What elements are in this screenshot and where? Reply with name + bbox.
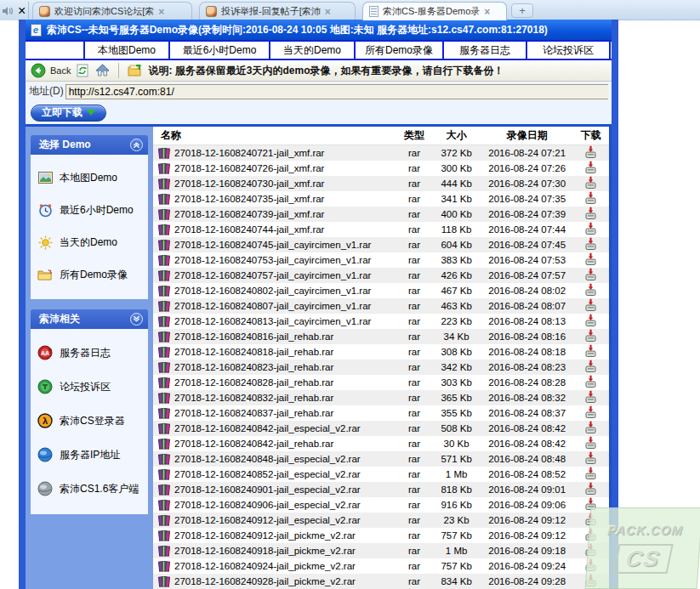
download-icon[interactable] xyxy=(584,145,597,159)
download-icon[interactable] xyxy=(584,451,597,465)
file-size: 604 Kb xyxy=(431,237,481,252)
download-icon[interactable] xyxy=(584,436,597,450)
download-icon[interactable] xyxy=(584,283,597,297)
sidebar-item-all-demos[interactable]: 所有Demo录像 xyxy=(37,258,143,291)
file-name[interactable]: 27018-12-1608240842-jail_rehab.rar xyxy=(174,439,333,449)
column-header-name[interactable]: 名称 xyxy=(153,127,397,144)
panel-select-demo-header[interactable]: 选择 Demo xyxy=(31,135,148,155)
download-icon[interactable] xyxy=(584,252,597,266)
download-icon[interactable] xyxy=(584,176,597,190)
file-name[interactable]: 27018-12-1608240912-jail_especial_v2.rar xyxy=(174,515,361,525)
download-icon[interactable] xyxy=(584,497,597,511)
file-name[interactable]: 27018-12-1608240928-jail_pickme_v2.rar xyxy=(174,576,356,586)
download-icon[interactable] xyxy=(584,482,597,496)
menu-item-all-demos[interactable]: 所有Demo录像 xyxy=(356,42,444,59)
file-name[interactable]: 27018-12-1608240837-jail_rehab.rar xyxy=(174,408,333,418)
home-icon[interactable] xyxy=(95,64,110,77)
download-icon[interactable] xyxy=(584,237,597,251)
download-icon[interactable] xyxy=(584,314,597,327)
panel-suopei-related-header[interactable]: 索沛相关 xyxy=(31,309,148,329)
tab-forum-welcome[interactable]: 欢迎访问索沛CS论坛[索 × xyxy=(32,2,192,20)
new-tab-button[interactable]: + xyxy=(511,3,533,18)
download-icon[interactable] xyxy=(584,298,597,312)
menu-item-forum-complaint[interactable]: 论坛投诉区 xyxy=(527,42,611,59)
download-icon[interactable] xyxy=(584,405,597,419)
file-name[interactable]: 27018-12-1608240753-jail_cayircimen_v1.r… xyxy=(174,255,371,265)
chevron-down-icon[interactable] xyxy=(130,313,143,326)
column-header-date[interactable]: 录像日期 xyxy=(481,127,572,144)
file-name[interactable]: 27018-12-1608240721-jail_xmf.rar xyxy=(174,148,324,158)
download-icon[interactable] xyxy=(584,207,597,220)
menu-item-local-map-demo[interactable]: 本地图Demo xyxy=(85,42,170,59)
file-name[interactable]: 27018-12-1608240852-jail_especial_v2.rar xyxy=(174,469,361,479)
menu-item-last-6h-demo[interactable]: 最近6小时Demo xyxy=(170,42,270,59)
download-icon[interactable] xyxy=(584,513,597,526)
file-name[interactable]: 27018-12-1608240924-jail_pickme_v2.rar xyxy=(174,561,356,571)
demo-browser-window: 索沛CS--未知号服务器Demo录像(录制时间:2016-08-24 10:05… xyxy=(19,20,618,589)
sidebar-item-last-6h-demo[interactable]: 最近6小时Demo xyxy=(37,194,143,226)
sidebar-item-cs16-client[interactable]: 索沛CS1.6客户端 xyxy=(37,472,143,506)
download-icon[interactable] xyxy=(584,558,597,572)
tab-close-icon[interactable]: × xyxy=(325,6,331,18)
sidebar-item-local-map-demo[interactable]: 本地图Demo xyxy=(37,161,143,194)
download-icon[interactable] xyxy=(584,528,597,541)
file-name[interactable]: 27018-12-1608240726-jail_xmf.rar xyxy=(174,163,324,173)
file-name[interactable]: 27018-12-1608240818-jail_rehab.rar xyxy=(174,347,333,357)
download-icon[interactable] xyxy=(584,161,597,174)
file-name[interactable]: 27018-12-1608240802-jail_cayircimen_v1.r… xyxy=(174,286,371,296)
file-name[interactable]: 27018-12-1608240730-jail_xmf.rar xyxy=(174,178,324,189)
file-name[interactable]: 27018-12-1608240739-jail_xmf.rar xyxy=(174,209,324,219)
file-name[interactable]: 27018-12-1608240744-jail_xmf.rar xyxy=(174,224,324,235)
tab-complaint-reply[interactable]: 投诉举报-回复帖子[索沛 × xyxy=(199,2,356,20)
download-icon[interactable] xyxy=(584,390,597,404)
file-name[interactable]: 27018-12-1608240832-jail_rehab.rar xyxy=(174,393,333,403)
download-icon[interactable] xyxy=(584,360,597,373)
file-name[interactable]: 27018-12-1608240735-jail_xmf.rar xyxy=(174,194,324,204)
file-name[interactable]: 27018-12-1608240745-jail_cayircimen_v1.r… xyxy=(174,240,371,250)
sidebar-item-server-log[interactable]: AA 服务器日志 xyxy=(37,336,143,370)
download-icon[interactable] xyxy=(584,574,597,587)
download-icon[interactable] xyxy=(584,329,597,343)
sidebar-item-today-demo[interactable]: 当天的Demo xyxy=(37,226,143,258)
download-icon[interactable] xyxy=(584,191,597,205)
file-name[interactable]: 27018-12-1608240807-jail_cayircimen_v1.r… xyxy=(174,301,371,311)
column-header-size[interactable]: 大小 xyxy=(431,127,481,144)
file-name[interactable]: 27018-12-1608240918-jail_pickme_v2.rar xyxy=(174,546,356,556)
menu-item-server-log[interactable]: 服务器日志 xyxy=(444,42,527,59)
file-type: rar xyxy=(397,268,432,283)
tab-close-icon[interactable]: × xyxy=(484,6,490,18)
column-header-type[interactable]: 类型 xyxy=(397,127,432,144)
tab-server-demo-active[interactable]: 索沛CS-服务器Demo录 × xyxy=(362,2,507,20)
file-name[interactable]: 27018-12-1608240813-jail_cayircimen_v1.r… xyxy=(174,316,371,326)
file-name[interactable]: 27018-12-1608240842-jail_especial_v2.rar xyxy=(174,423,361,433)
download-now-button[interactable]: 立即下载 xyxy=(31,105,106,122)
file-name[interactable]: 27018-12-1608240912-jail_pickme_v2.rar xyxy=(174,530,356,541)
column-header-download[interactable]: 下载 xyxy=(572,127,609,144)
tab-partial-audio[interactable]: × xyxy=(0,2,29,20)
sidebar-item-cs-launcher[interactable]: λ 索沛CS登录器 xyxy=(37,404,143,438)
address-input[interactable] xyxy=(65,84,608,99)
back-button-label[interactable]: Back xyxy=(50,65,71,76)
file-name[interactable]: 27018-12-1608240828-jail_rehab.rar xyxy=(174,377,333,388)
download-icon[interactable] xyxy=(584,222,597,235)
file-name[interactable]: 27018-12-1608240816-jail_rehab.rar xyxy=(174,331,333,342)
back-button-icon[interactable] xyxy=(31,63,46,78)
sidebar-item-forum-complaint[interactable]: 论坛投诉区 xyxy=(37,370,143,404)
sidebar-item-server-ip[interactable]: 服务器IP地址 xyxy=(37,438,143,472)
download-icon[interactable] xyxy=(584,268,597,281)
file-name[interactable]: 27018-12-1608240901-jail_especial_v2.rar xyxy=(174,484,361,495)
refresh-icon[interactable] xyxy=(77,64,89,77)
tab-close-icon[interactable]: × xyxy=(18,3,26,19)
tab-close-icon[interactable]: × xyxy=(158,6,164,18)
file-name[interactable]: 27018-12-1608240848-jail_especial_v2.rar xyxy=(174,454,361,464)
chevron-up-icon[interactable] xyxy=(130,139,143,151)
menu-item-today-demo[interactable]: 当天的Demo xyxy=(270,42,356,59)
file-name[interactable]: 27018-12-1608240823-jail_rehab.rar xyxy=(174,362,333,372)
download-icon[interactable] xyxy=(584,467,597,480)
download-icon[interactable] xyxy=(584,543,597,557)
download-icon[interactable] xyxy=(584,421,597,434)
download-icon[interactable] xyxy=(584,344,597,358)
download-icon[interactable] xyxy=(584,375,597,388)
file-name[interactable]: 27018-12-1608240906-jail_especial_v2.rar xyxy=(174,500,361,510)
file-name[interactable]: 27018-12-1608240757-jail_cayircimen_v1.r… xyxy=(174,270,371,280)
